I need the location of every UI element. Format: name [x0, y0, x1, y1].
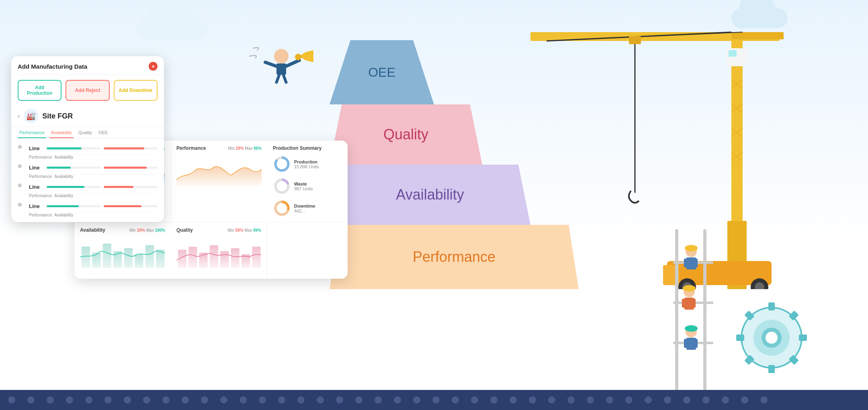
line-icon: ⚙	[18, 202, 26, 210]
belt-dot	[182, 396, 189, 404]
site-header: ‹ 🏭 Site FGR	[11, 106, 164, 127]
add-reject-button[interactable]: Add Reject	[66, 80, 109, 101]
svg-rect-78	[736, 335, 744, 341]
svg-rect-12	[145, 245, 154, 268]
svg-rect-58	[682, 299, 687, 308]
line-perf-bar	[47, 147, 100, 149]
line-avail-fill	[104, 205, 141, 207]
add-downtime-button[interactable]: Add Downtime	[114, 80, 158, 101]
perf-min: 29%	[236, 146, 244, 151]
svg-point-60	[683, 285, 696, 292]
tab-availability[interactable]: Availability	[49, 127, 74, 138]
line-label: Line	[29, 165, 43, 171]
pyramid-oee-level: OEE	[330, 40, 434, 104]
waste-item: Waste 987 Units	[273, 177, 342, 195]
line-perf-bar	[47, 186, 100, 188]
svg-point-84	[295, 54, 301, 60]
card-title: Add Manufacturing Data	[18, 63, 87, 70]
line-item: ⚙ Line	[18, 161, 158, 174]
belt-dot	[432, 396, 440, 404]
quality-chart	[176, 236, 261, 272]
belt-dot	[413, 396, 420, 404]
waste-label: Waste	[294, 182, 313, 186]
waste-value: 987 Units	[294, 186, 313, 191]
belt-dot	[664, 396, 671, 404]
belt-dot	[47, 396, 54, 404]
belt-dot	[317, 396, 324, 404]
belt-dot	[66, 396, 73, 404]
line-avail-fill	[104, 167, 147, 169]
performance-chart	[176, 154, 262, 190]
quality-panel-title: Quality	[176, 227, 193, 233]
avail-sub-label: Availability	[54, 174, 73, 179]
belt-dot	[471, 396, 478, 404]
svg-rect-24	[731, 32, 784, 39]
add-manufacturing-card: Add Manufacturing Data × Add Production …	[11, 56, 164, 222]
perf-sub-label: Performance	[29, 194, 52, 198]
line-perf-fill	[47, 147, 82, 149]
line-perf-bar	[47, 205, 100, 207]
svg-rect-17	[210, 245, 218, 268]
production-value: 15,896 Units	[294, 164, 319, 169]
avail-max: 100%	[155, 228, 165, 233]
belt-dot	[124, 396, 131, 404]
line-items-list: ⚙ Line Performance Availability ⚙ Line	[11, 139, 164, 222]
belt-dot	[587, 396, 594, 404]
svg-rect-74	[799, 335, 807, 341]
line-item: ⚙ Line	[18, 142, 158, 155]
belt-dot	[220, 396, 227, 404]
line-avail-bar	[104, 186, 158, 188]
svg-rect-76	[768, 365, 775, 373]
pyramid-oee-label: OEE	[368, 65, 395, 80]
gear-svg	[727, 277, 816, 390]
perf-max: 98%	[254, 146, 262, 151]
svg-rect-10	[124, 248, 133, 268]
belt-dot	[27, 396, 35, 404]
belt-dot	[375, 396, 382, 404]
svg-rect-8	[103, 244, 111, 268]
line-perf-fill	[47, 167, 71, 169]
avail-sub-label: Availability	[54, 194, 73, 198]
drone-illustration	[241, 36, 342, 84]
gear-illustration	[727, 277, 816, 390]
tab-performance[interactable]: Performance	[18, 127, 46, 138]
tab-oee[interactable]: OEE	[97, 127, 109, 138]
production-label: Production	[294, 159, 319, 164]
perf-sub-label: Performance	[29, 155, 52, 159]
add-production-button[interactable]: Add Production	[18, 80, 61, 101]
svg-rect-15	[188, 247, 197, 268]
downtime-info: Downtime 4d2...	[294, 204, 315, 213]
svg-rect-7	[92, 253, 100, 268]
line-avail-bar	[104, 147, 158, 149]
svg-rect-19	[231, 248, 240, 268]
svg-rect-11	[135, 254, 143, 268]
svg-line-85	[276, 75, 279, 82]
line-icon: ⚙	[18, 144, 26, 152]
site-name: Site FGR	[42, 112, 73, 120]
svg-rect-64	[693, 339, 698, 348]
line-item: ⚙ Line	[18, 180, 158, 194]
card-header: Add Manufacturing Data ×	[11, 56, 164, 75]
conveyor-belt	[0, 390, 868, 410]
svg-rect-28	[629, 36, 641, 44]
line-label: Line	[29, 203, 43, 209]
svg-rect-6	[82, 247, 90, 268]
cloud-left	[137, 16, 209, 40]
site-tabs: Performance Availability Quality OEE	[11, 127, 164, 139]
back-arrow-icon[interactable]: ‹	[18, 112, 20, 120]
tab-quality[interactable]: Quality	[77, 127, 94, 138]
belt-dot	[143, 396, 150, 404]
belt-dot	[760, 396, 768, 404]
line-avail-bar	[104, 167, 158, 169]
close-button[interactable]: ×	[149, 62, 158, 71]
pyramid-performance-label: Performance	[413, 249, 495, 265]
availability-stats: Min 20% Max 100%	[129, 228, 165, 233]
belt-dot	[606, 396, 613, 404]
production-info: Production 15,896 Units	[294, 159, 319, 169]
svg-point-70	[766, 332, 778, 344]
svg-rect-47	[703, 229, 706, 390]
belt-dot	[645, 396, 652, 404]
workers-svg	[651, 229, 731, 390]
downtime-donut	[273, 199, 291, 217]
production-donut	[273, 155, 291, 173]
